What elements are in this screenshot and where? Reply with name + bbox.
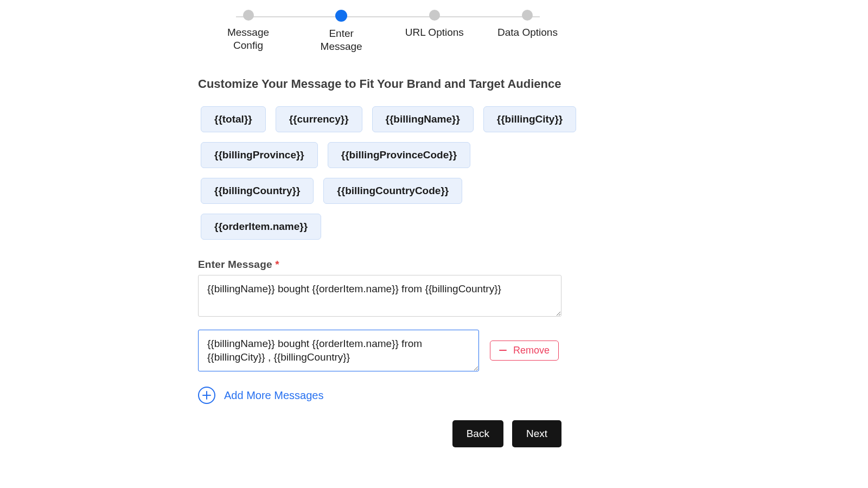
back-button[interactable]: Back — [452, 420, 503, 447]
step-label: Data Options — [497, 26, 558, 39]
chip-currency[interactable]: {{currency}} — [276, 106, 362, 132]
variable-chip-list: {{total}} {{currency}} {{billingName}} {… — [198, 106, 578, 240]
step-label: URL Options — [405, 26, 464, 39]
enter-message-label: Enter Message * — [198, 259, 578, 271]
main-form: Message Config Enter Message URL Options… — [198, 0, 578, 447]
step-url-options[interactable]: URL Options — [403, 10, 465, 39]
step-dot-icon — [429, 10, 440, 21]
section-heading: Customize Your Message to Fit Your Brand… — [198, 77, 578, 91]
remove-label: Remove — [513, 345, 550, 356]
message-input-2[interactable] — [198, 330, 479, 371]
step-message-config[interactable]: Message Config — [217, 10, 279, 52]
label-text: Enter Message — [198, 259, 272, 270]
step-label: Message Config — [217, 26, 279, 52]
next-button[interactable]: Next — [512, 420, 561, 447]
chip-billing-country[interactable]: {{billingCountry}} — [201, 178, 314, 204]
chip-billing-name[interactable]: {{billingName}} — [372, 106, 474, 132]
stepper-line — [236, 16, 540, 17]
chip-total[interactable]: {{total}} — [201, 106, 266, 132]
step-dot-icon — [522, 10, 533, 21]
nav-buttons: Back Next — [198, 420, 561, 447]
step-label: Enter Message — [310, 27, 373, 53]
plus-circle-icon — [198, 387, 215, 404]
chip-order-item-name[interactable]: {{orderItem.name}} — [201, 214, 321, 240]
step-enter-message[interactable]: Enter Message — [310, 10, 373, 53]
stepper: Message Config Enter Message URL Options… — [217, 10, 559, 53]
chip-billing-province[interactable]: {{billingProvince}} — [201, 142, 318, 168]
remove-button[interactable]: Remove — [490, 341, 559, 361]
step-data-options[interactable]: Data Options — [496, 10, 559, 39]
chip-billing-province-code[interactable]: {{billingProvinceCode}} — [328, 142, 470, 168]
step-dot-active-icon — [335, 10, 347, 22]
add-more-messages-button[interactable]: Add More Messages — [198, 387, 323, 404]
message-input-1[interactable] — [198, 275, 561, 317]
chip-billing-country-code[interactable]: {{billingCountryCode}} — [323, 178, 462, 204]
step-dot-icon — [243, 10, 254, 21]
add-more-label: Add More Messages — [224, 389, 323, 402]
message-row-2: Remove — [198, 330, 578, 371]
chip-billing-city[interactable]: {{billingCity}} — [483, 106, 576, 132]
required-indicator: * — [275, 259, 279, 270]
minus-icon — [499, 350, 507, 351]
